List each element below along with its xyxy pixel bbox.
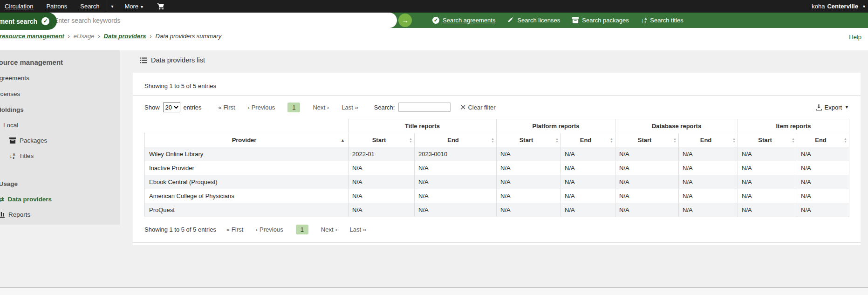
- sort-alpha-icon: ↓ Az: [641, 17, 647, 24]
- current-page-badge[interactable]: 1: [287, 103, 300, 112]
- keyword-search-input[interactable]: [47, 13, 397, 28]
- cell: N/A: [415, 161, 497, 175]
- first-page-button[interactable]: « First: [226, 226, 243, 233]
- table-row: ProQuest N/A N/A N/A N/A N/A N/A N/A N/A: [145, 203, 849, 217]
- user-menu[interactable]: koha Centerville ▾: [812, 3, 868, 10]
- column-header-end[interactable]: End▲▼: [797, 133, 849, 147]
- sidebar-item-licenses[interactable]: Licenses: [0, 89, 120, 98]
- cell: N/A: [615, 161, 679, 175]
- cell: N/A: [497, 203, 561, 217]
- cell: N/A: [797, 175, 849, 189]
- pen-icon: [507, 17, 514, 24]
- nav-search[interactable]: Search: [74, 0, 106, 13]
- column-header-start[interactable]: Start▲▼: [349, 133, 415, 147]
- column-header-provider[interactable]: Provider ▲: [145, 133, 349, 147]
- filter-label: Search:: [374, 104, 395, 111]
- sidebar-item-titles[interactable]: ↓ Az Titles: [0, 151, 120, 160]
- cell: N/A: [561, 189, 615, 203]
- entries-select[interactable]: 20: [163, 102, 180, 112]
- cell: N/A: [415, 203, 497, 217]
- search-titles-link[interactable]: ↓ Az Search titles: [641, 17, 683, 24]
- export-button[interactable]: Export ▼: [816, 104, 849, 111]
- breadcrumb-eusage: eUsage: [74, 33, 95, 40]
- exchange-arrows-icon: ⇄: [0, 195, 4, 204]
- sidebar-item-data-providers[interactable]: ⇄ Data providers: [0, 195, 120, 204]
- group-header-item-reports: Item reports: [738, 119, 849, 133]
- cell: 2023-0010: [415, 147, 497, 161]
- list-icon: [140, 57, 147, 63]
- search-submit-button[interactable]: →: [398, 14, 412, 27]
- column-header-start[interactable]: Start▲▼: [738, 133, 797, 147]
- cell: N/A: [349, 161, 415, 175]
- sidebar-item-local[interactable]: Local: [0, 121, 120, 130]
- nav-more[interactable]: More▾: [118, 0, 150, 13]
- table-row: American College of Physicians N/A N/A N…: [145, 189, 849, 203]
- chevron-down-icon: ▾: [863, 4, 865, 9]
- provider-link[interactable]: Ebook Central (Proquest): [145, 175, 349, 189]
- sidebar-item-reports[interactable]: Reports: [0, 210, 120, 219]
- group-header-title-reports: Title reports: [349, 119, 497, 133]
- user-branch: Centerville: [827, 3, 858, 10]
- chevron-right-icon: ›: [150, 33, 152, 40]
- sidebar-item-packages[interactable]: Packages: [0, 136, 120, 145]
- first-page-button[interactable]: « First: [219, 104, 235, 111]
- column-header-start[interactable]: Start▲▼: [615, 133, 679, 147]
- current-page-badge[interactable]: 1: [296, 225, 308, 234]
- cell: N/A: [738, 203, 797, 217]
- table-filter-control: Search:: [374, 103, 451, 112]
- archive-icon: [9, 137, 16, 144]
- double-chevron-left-icon: «: [219, 104, 222, 111]
- breadcrumb-erm[interactable]: E-resource management: [0, 33, 64, 40]
- last-page-button[interactable]: Last »: [342, 104, 358, 111]
- cell: N/A: [738, 147, 797, 161]
- search-agreements-link[interactable]: ✓ Search agreements: [432, 17, 495, 24]
- search-context-tab[interactable]: Agreement search ✓: [0, 13, 57, 30]
- breadcrumb-data-providers[interactable]: Data providers: [104, 33, 146, 40]
- double-chevron-right-icon: »: [355, 104, 358, 111]
- nav-search-dropdown-caret[interactable]: ▾: [106, 0, 118, 13]
- previous-page-button[interactable]: ‹ Previous: [248, 104, 275, 111]
- column-header-end[interactable]: End▲▼: [415, 133, 497, 147]
- cell: N/A: [738, 189, 797, 203]
- chevron-right-icon: ›: [327, 104, 329, 111]
- cell: N/A: [349, 175, 415, 189]
- sidebar-item-agreements[interactable]: Agreements: [0, 74, 120, 82]
- table-row: Wiley Online Library 2022-01 2023-0010 N…: [145, 147, 849, 161]
- next-page-button[interactable]: Next ›: [321, 226, 337, 233]
- sidebar-title: E-resource management: [0, 50, 120, 67]
- last-page-button[interactable]: Last »: [350, 226, 366, 233]
- chevron-down-icon: ▼: [845, 105, 849, 110]
- breadcrumb: E-resource management › eUsage › Data pr…: [0, 33, 868, 40]
- breadcrumb-current: Data providers summary: [156, 33, 222, 40]
- data-providers-table: Title reports Platform reports Database …: [144, 119, 849, 217]
- chart-icon: [0, 212, 5, 218]
- cell: N/A: [615, 203, 679, 217]
- table-filter-input[interactable]: [398, 103, 451, 112]
- column-header-end[interactable]: End▲▼: [561, 133, 615, 147]
- clear-filter-button[interactable]: Clear filter: [461, 104, 495, 111]
- sort-icon: ▲▼: [491, 137, 494, 143]
- previous-page-button[interactable]: ‹ Previous: [256, 226, 283, 233]
- chevron-down-icon: ▾: [141, 4, 143, 9]
- search-packages-link[interactable]: Search packages: [572, 17, 629, 24]
- cell: N/A: [497, 189, 561, 203]
- provider-link[interactable]: ProQuest: [145, 203, 349, 217]
- user-login: koha: [812, 3, 825, 10]
- cell: N/A: [679, 203, 738, 217]
- nav-circulation[interactable]: Circulation: [0, 0, 40, 13]
- download-icon: [816, 104, 822, 110]
- nav-patrons[interactable]: Patrons: [40, 0, 74, 13]
- table-row: Inactive Provider N/A N/A N/A N/A N/A N/…: [145, 161, 849, 175]
- table-footer: Showing 1 to 5 of 5 entries « First ‹ Pr…: [144, 225, 849, 242]
- group-header-platform-reports: Platform reports: [497, 119, 615, 133]
- cart-button[interactable]: [152, 3, 169, 10]
- cell: N/A: [349, 203, 415, 217]
- column-header-end[interactable]: End▲▼: [679, 133, 738, 147]
- provider-link[interactable]: Inactive Provider: [145, 161, 349, 175]
- provider-link[interactable]: Wiley Online Library: [145, 147, 349, 161]
- column-header-start[interactable]: Start▲▼: [497, 133, 561, 147]
- next-page-button[interactable]: Next ›: [313, 104, 329, 111]
- provider-link[interactable]: American College of Physicians: [145, 189, 349, 203]
- search-licenses-link[interactable]: Search licenses: [507, 17, 560, 24]
- help-link[interactable]: Help: [849, 34, 861, 41]
